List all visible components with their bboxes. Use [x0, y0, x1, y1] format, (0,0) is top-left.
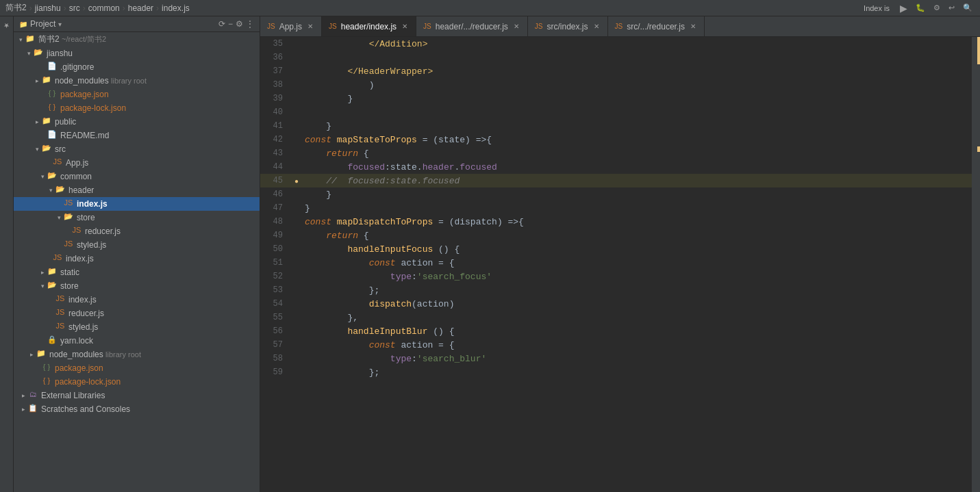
bc-jianshumu[interactable]: 简书2 [5, 2, 27, 14]
bc-header[interactable]: header [128, 3, 153, 13]
breadcrumb: 简书2 › jianshu › src › common › header › … [5, 2, 190, 14]
line-content-38: ) [302, 78, 972, 92]
bc-common[interactable]: common [88, 3, 120, 13]
tree-item-readme[interactable]: ▸ 📄 README.md [14, 129, 260, 142]
tree-label-public: public [55, 117, 76, 127]
tree-label-ext: External Libraries [41, 391, 105, 400]
folder-icon-header: 📂 [55, 185, 66, 196]
tree-item-nm2[interactable]: ▸ 📁 node_modules library root [14, 348, 260, 361]
arrow-static: ▸ [38, 269, 47, 276]
tree-item-appjs[interactable]: ▸ JS App.js [14, 156, 260, 170]
bc-index[interactable]: index.js [162, 3, 190, 13]
gutter-39 [291, 92, 302, 105]
line-num-36: 36 [260, 51, 291, 64]
tab-close-header-reducer[interactable]: ✕ [512, 23, 520, 30]
tree-item-public[interactable]: ▸ 📁 public [14, 115, 260, 129]
gutter-40 [291, 105, 302, 119]
tab-close-header-index[interactable]: ✕ [401, 23, 409, 30]
favorites-icon[interactable]: ★ [3, 22, 10, 29]
collapse-all-button[interactable]: − [228, 19, 233, 29]
code-line-52: 52 type:'search_focus' [260, 270, 972, 283]
gutter-48 [291, 215, 302, 229]
tree-item-header[interactable]: ▾ 📂 header [14, 183, 260, 197]
tree-item-package-lock-1[interactable]: ▸ { } package-lock.json [14, 101, 260, 115]
line-content-54: dispatch(action) [302, 297, 972, 311]
tree-item-gitignore[interactable]: ▸ 📄 .gitignore [14, 60, 260, 74]
tab-close-src-index[interactable]: ✕ [592, 23, 601, 30]
code-line-50: 50 handleInputFocus () { [260, 242, 972, 256]
code-line-42: 42 const mapStateToProps = (state) =>{ [260, 133, 972, 146]
line-num-43: 43 [260, 146, 291, 160]
file-icon-pkg1: { } [47, 89, 58, 100]
tree-item-styled-header[interactable]: ▸ JS styled.js [14, 238, 260, 252]
code-line-53: 53 }; [260, 283, 972, 297]
line-num-35: 35 [260, 37, 291, 51]
gutter-43 [291, 146, 302, 160]
run-button[interactable]: ▶ [898, 3, 909, 14]
line-num-40: 40 [260, 105, 291, 119]
tab-header-reducer[interactable]: JS header/.../reducer.js ✕ [416, 16, 528, 37]
tree-item-store-src[interactable]: ▾ 📂 store [14, 279, 260, 293]
tree-item-jianshu[interactable]: ▾ 📂 jianshu [14, 47, 260, 60]
gutter-58 [291, 352, 302, 365]
tree-item-common[interactable]: ▾ 📂 common [14, 170, 260, 183]
tree-item-store-header[interactable]: ▾ 📂 store [14, 211, 260, 224]
debug-button[interactable]: 🐛 [914, 3, 927, 12]
chevron-down-icon: ▾ [58, 21, 62, 28]
right-scrollbar[interactable] [972, 37, 980, 492]
tree-item-node-modules-1[interactable]: ▸ 📁 node_modules library root [14, 74, 260, 88]
line-num-41: 41 [260, 119, 291, 133]
tab-src-reducer[interactable]: JS src/.../reducer.js ✕ [608, 16, 705, 37]
tree-item-lock2[interactable]: ▸ { } package-lock.json [14, 375, 260, 389]
line-content-35: </Addition> [302, 37, 972, 51]
sync-button[interactable]: ⟳ [218, 19, 225, 29]
tab-icon-header-reducer: JS [423, 23, 431, 30]
sidebar-header: 📁 Project ▾ ⟳ − ⚙ ⋮ [14, 16, 260, 32]
tree-item-index-js-header[interactable]: ▸ JS index.js [14, 197, 260, 211]
search-top-button[interactable]: 🔍 [961, 3, 975, 12]
tree-item-scratches[interactable]: ▸ 📋 Scratches and Consoles [14, 402, 260, 416]
bc-src[interactable]: src [69, 3, 80, 13]
tree-item-root[interactable]: ▾ 📁 简书2 ~/react/简书2 [14, 32, 260, 47]
tab-close-src-reducer[interactable]: ✕ [689, 23, 697, 30]
tree-item-src[interactable]: ▾ 📂 src [14, 142, 260, 156]
tree-item-reducer-header[interactable]: ▸ JS reducer.js [14, 224, 260, 238]
file-icon-gitignore: 📄 [47, 62, 58, 73]
line-num-47: 47 [260, 201, 291, 215]
line-num-49: 49 [260, 229, 291, 242]
tree-item-yarn-lock[interactable]: ▸ 🔒 yarn.lock [14, 334, 260, 348]
tree-label-readme: README.md [60, 131, 109, 140]
tree-item-static[interactable]: ▸ 📁 static [14, 266, 260, 279]
tree-item-ext-libs[interactable]: ▸ 🗂 External Libraries [14, 389, 260, 402]
tree-item-store-styled[interactable]: ▸ JS styled.js [14, 320, 260, 334]
tree-item-store-reducer[interactable]: ▸ JS reducer.js [14, 307, 260, 320]
tree-item-index-src[interactable]: ▸ JS index.js [14, 252, 260, 266]
file-icon-yarn: 🔒 [47, 335, 58, 346]
yellow-dot-45: ● [294, 178, 299, 185]
more-button[interactable]: ⋮ [246, 19, 254, 29]
gutter-54 [291, 297, 302, 311]
folder-icon-jianshu: 📂 [33, 48, 44, 59]
tab-src-index[interactable]: JS src/index.js ✕ [528, 16, 608, 37]
settings-sidebar-button[interactable]: ⚙ [236, 19, 243, 29]
undo-button[interactable]: ↩ [946, 3, 957, 12]
tree-label-common: common [60, 172, 92, 181]
settings-button[interactable]: ⚙ [931, 3, 942, 12]
folder-icon-nm1: 📁 [41, 75, 52, 86]
tree-label-store-header: store [77, 213, 95, 222]
line-num-57: 57 [260, 338, 291, 352]
gutter-51 [291, 256, 302, 270]
tree-item-package-json-1[interactable]: ▸ { } package.json [14, 88, 260, 101]
tree-item-store-index[interactable]: ▸ JS index.js [14, 293, 260, 307]
code-line-48: 48 const mapDispatchToProps = (dispatch)… [260, 215, 972, 229]
tab-appjs[interactable]: JS App.js ✕ [260, 16, 322, 37]
tab-close-appjs[interactable]: ✕ [306, 23, 314, 30]
file-icon-index-header: JS [63, 198, 74, 209]
code-scroll-area[interactable]: 35 </Addition> 36 [260, 37, 972, 492]
line-num-38: 38 [260, 78, 291, 92]
tree-item-pkg2[interactable]: ▸ { } package.json [14, 361, 260, 375]
tab-label-header-reducer: header/.../reducer.js [436, 22, 508, 31]
line-num-48: 48 [260, 215, 291, 229]
tab-header-index[interactable]: JS header/index.js ✕ [322, 16, 416, 37]
bc-jianshu[interactable]: jianshu [35, 3, 61, 13]
